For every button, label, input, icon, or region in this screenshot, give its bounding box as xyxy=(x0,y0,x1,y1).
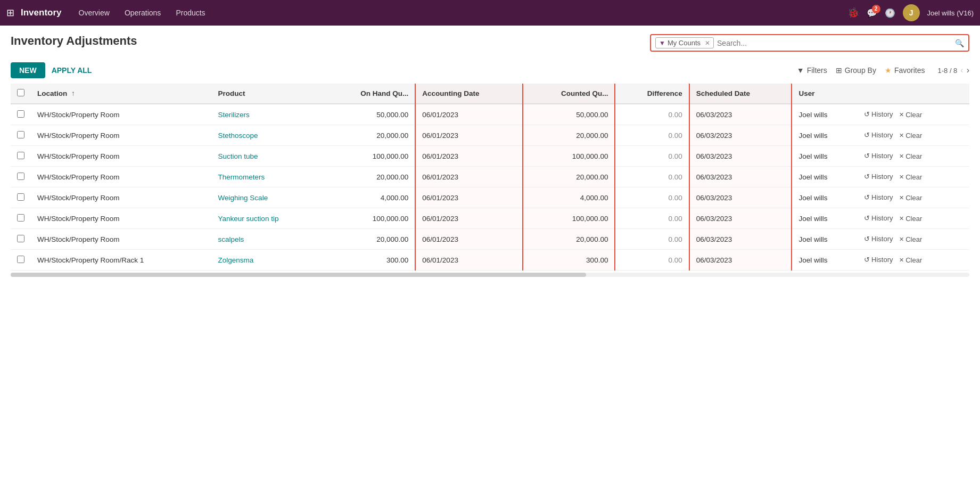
history-button[interactable]: ↺ History xyxy=(862,151,895,161)
row-product[interactable]: Stethoscope xyxy=(212,125,323,146)
chat-badge: 2 xyxy=(872,5,880,13)
col-header-product: Product xyxy=(212,84,323,104)
row-actions: ↺ History ✕ Clear xyxy=(855,229,969,250)
row-accounting-date: 06/01/2023 xyxy=(415,146,523,167)
clock-icon[interactable]: 🕐 xyxy=(885,8,895,18)
history-button[interactable]: ↺ History xyxy=(862,130,895,140)
col-header-location[interactable]: Location ↑ xyxy=(31,84,212,104)
bug-icon[interactable]: 🐞 xyxy=(847,7,859,19)
apps-icon[interactable]: ⊞ xyxy=(6,7,14,19)
row-checkbox[interactable] xyxy=(17,256,24,263)
row-checkbox-cell[interactable] xyxy=(11,167,31,187)
user-label[interactable]: Joel wills (V16) xyxy=(927,9,974,17)
row-on-hand-qty: 100,000.00 xyxy=(323,208,415,229)
pagination-label: 1-8 / 8 xyxy=(937,67,957,75)
col-header-accounting-date: Accounting Date xyxy=(415,84,523,104)
clear-button[interactable]: ✕ Clear xyxy=(897,214,924,224)
avatar[interactable]: J xyxy=(903,4,920,21)
table-row: WH/Stock/Property Room scalpels 20,000.0… xyxy=(11,229,969,250)
row-on-hand-qty: 100,000.00 xyxy=(323,146,415,167)
topnav-overview[interactable]: Overview xyxy=(72,5,116,20)
row-on-hand-qty: 20,000.00 xyxy=(323,125,415,146)
row-location: WH/Stock/Property Room xyxy=(31,187,212,208)
group-by-icon: ⊞ xyxy=(836,66,842,75)
history-icon: ↺ xyxy=(864,131,870,139)
row-checkbox[interactable] xyxy=(17,152,24,159)
row-checkbox[interactable] xyxy=(17,110,24,118)
clear-button[interactable]: ✕ Clear xyxy=(897,110,924,120)
col-header-user: User xyxy=(792,84,855,104)
row-checkbox[interactable] xyxy=(17,193,24,201)
col-header-scheduled-date: Scheduled Date xyxy=(689,84,792,104)
row-user: Joel wills xyxy=(792,250,855,271)
history-icon: ↺ xyxy=(864,256,870,264)
pagination: 1-8 / 8 ‹ › xyxy=(937,66,969,75)
favorites-button[interactable]: ★ Favorites xyxy=(885,66,925,75)
row-accounting-date: 06/01/2023 xyxy=(415,187,523,208)
history-button[interactable]: ↺ History xyxy=(862,234,895,244)
row-product[interactable]: Yankeur suction tip xyxy=(212,208,323,229)
brand-label: Inventory xyxy=(21,7,62,18)
row-difference: 0.00 xyxy=(615,250,689,271)
row-product[interactable]: Suction tube xyxy=(212,146,323,167)
history-button[interactable]: ↺ History xyxy=(862,192,895,202)
row-product[interactable]: scalpels xyxy=(212,229,323,250)
table-container: Location ↑ Product On Hand Qu... Account… xyxy=(11,84,969,271)
row-counted-qty: 50,000.00 xyxy=(523,104,615,125)
pagination-prev[interactable]: ‹ xyxy=(960,66,963,75)
row-actions: ↺ History ✕ Clear xyxy=(855,104,969,125)
row-location: WH/Stock/Property Room xyxy=(31,104,212,125)
row-location: WH/Stock/Property Room xyxy=(31,229,212,250)
clear-button[interactable]: ✕ Clear xyxy=(897,151,924,161)
history-button[interactable]: ↺ History xyxy=(862,109,895,119)
pagination-next[interactable]: › xyxy=(967,66,969,75)
topnav-operations[interactable]: Operations xyxy=(118,5,167,20)
search-input[interactable] xyxy=(717,39,952,47)
search-icon[interactable]: 🔍 xyxy=(955,39,964,47)
group-by-button[interactable]: ⊞ Group By xyxy=(836,66,876,75)
row-difference: 0.00 xyxy=(615,187,689,208)
row-checkbox-cell[interactable] xyxy=(11,187,31,208)
row-counted-qty: 20,000.00 xyxy=(523,167,615,187)
filter-tag-my-counts[interactable]: ▼ My Counts ✕ xyxy=(655,37,714,48)
row-product[interactable]: Weighing Scale xyxy=(212,187,323,208)
row-checkbox[interactable] xyxy=(17,214,24,222)
row-checkbox[interactable] xyxy=(17,173,24,180)
row-checkbox-cell[interactable] xyxy=(11,208,31,229)
select-all-cell[interactable] xyxy=(11,84,31,104)
select-all-checkbox[interactable] xyxy=(17,89,24,96)
row-location: WH/Stock/Property Room xyxy=(31,146,212,167)
row-checkbox-cell[interactable] xyxy=(11,229,31,250)
clear-button[interactable]: ✕ Clear xyxy=(897,130,924,141)
filters-button[interactable]: ▼ Filters xyxy=(797,66,827,75)
apply-all-button[interactable]: APPLY ALL xyxy=(52,66,92,75)
row-accounting-date: 06/01/2023 xyxy=(415,125,523,146)
history-button[interactable]: ↺ History xyxy=(862,255,895,265)
history-button[interactable]: ↺ History xyxy=(862,171,895,182)
row-checkbox-cell[interactable] xyxy=(11,250,31,271)
filter-tag-close[interactable]: ✕ xyxy=(705,39,710,47)
row-scheduled-date: 06/03/2023 xyxy=(689,208,792,229)
clear-button[interactable]: ✕ Clear xyxy=(897,255,924,265)
row-checkbox-cell[interactable] xyxy=(11,104,31,125)
row-product[interactable]: Thermometers xyxy=(212,167,323,187)
row-checkbox-cell[interactable] xyxy=(11,146,31,167)
clear-button[interactable]: ✕ Clear xyxy=(897,172,924,182)
clear-button[interactable]: ✕ Clear xyxy=(897,193,924,203)
row-product[interactable]: Zolgensma xyxy=(212,250,323,271)
row-checkbox[interactable] xyxy=(17,131,24,138)
horizontal-scrollbar[interactable] xyxy=(11,273,969,277)
new-button[interactable]: NEW xyxy=(11,62,45,78)
row-difference: 0.00 xyxy=(615,208,689,229)
row-checkbox[interactable] xyxy=(17,235,24,242)
row-product[interactable]: Sterilizers xyxy=(212,104,323,125)
table-header-row: Location ↑ Product On Hand Qu... Account… xyxy=(11,84,969,104)
row-actions: ↺ History ✕ Clear xyxy=(855,208,969,229)
row-checkbox-cell[interactable] xyxy=(11,125,31,146)
row-actions: ↺ History ✕ Clear xyxy=(855,125,969,146)
chat-icon[interactable]: 💬 2 xyxy=(867,8,877,18)
scrollbar-thumb[interactable] xyxy=(11,273,586,277)
clear-button[interactable]: ✕ Clear xyxy=(897,234,924,244)
history-button[interactable]: ↺ History xyxy=(862,213,895,223)
topnav-products[interactable]: Products xyxy=(169,5,211,20)
